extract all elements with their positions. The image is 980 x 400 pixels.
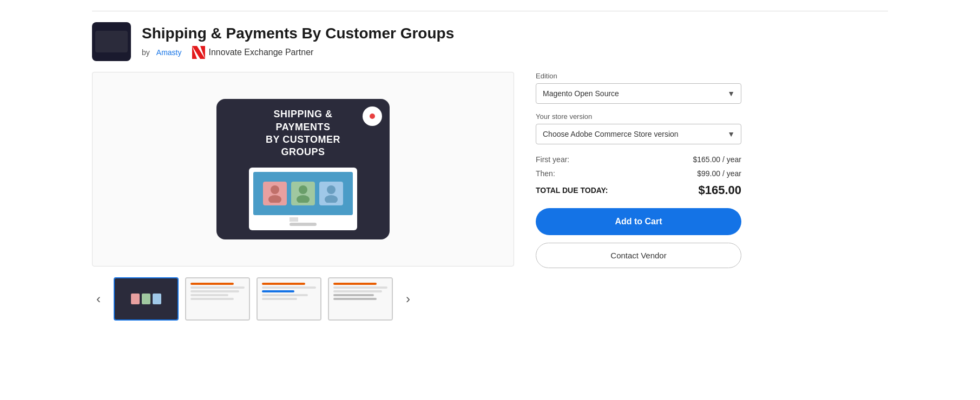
- then-value: $99.00 / year: [697, 169, 741, 178]
- monitor-stand: [253, 217, 353, 226]
- thumb-3-image: [258, 278, 320, 319]
- monitor-wrapper: [249, 168, 357, 230]
- first-year-value: $165.00 / year: [693, 155, 741, 164]
- thumbnail-2[interactable]: [185, 277, 250, 321]
- partner-label: Innovate Exchange Partner: [208, 48, 313, 57]
- thumb-line-orange-2: [262, 283, 305, 285]
- partner-badge: Innovate Exchange Partner: [192, 46, 313, 59]
- thumb-line-9: [333, 290, 382, 292]
- contact-vendor-button[interactable]: Contact Vendor: [536, 243, 741, 268]
- svg-point-4: [268, 195, 281, 203]
- pricing-section: First year: $165.00 / year Then: $99.00 …: [536, 155, 741, 197]
- next-thumbnail-button[interactable]: ›: [402, 287, 415, 311]
- edition-select-wrapper: Magento Open Source Adobe Commerce ▼: [536, 83, 741, 104]
- avatar-pink: [263, 182, 287, 205]
- page-container: Shipping & Payments By Customer Groups b…: [0, 0, 980, 331]
- main-content: SHIPPING &PAYMENTSBY CUSTOMERGROUPS: [92, 72, 888, 321]
- thumb-line-11: [333, 298, 377, 300]
- thumb-1-image: [115, 278, 177, 319]
- thumb-4-image: [329, 278, 392, 319]
- thumb-line-8: [333, 286, 387, 289]
- store-version-select[interactable]: Choose Adobe Commerce Store version: [536, 124, 741, 144]
- thumb-line-6: [262, 294, 308, 296]
- then-row: Then: $99.00 / year: [536, 169, 741, 178]
- first-year-row: First year: $165.00 / year: [536, 155, 741, 164]
- add-to-cart-button[interactable]: Add to Cart: [536, 208, 741, 235]
- product-header: Shipping & Payments By Customer Groups b…: [92, 22, 888, 61]
- first-year-label: First year:: [536, 155, 569, 164]
- avatar-blue: [319, 182, 343, 205]
- product-icon-inner: [92, 22, 131, 61]
- product-meta: by Amasty Innovate Exchange Partner: [142, 46, 888, 59]
- thumb-line-orange: [190, 283, 234, 285]
- thumb-line-3: [190, 294, 228, 296]
- total-value: $165.00: [698, 183, 741, 197]
- thumb-line-orange-3: [333, 283, 377, 285]
- thumb-line-5: [262, 286, 316, 289]
- by-label: by: [142, 48, 150, 57]
- purchase-section: Edition Magento Open Source Adobe Commer…: [536, 72, 741, 268]
- product-title-section: Shipping & Payments By Customer Groups b…: [142, 24, 888, 59]
- thumbnail-1[interactable]: [114, 277, 179, 321]
- thumb-line-4: [190, 298, 234, 300]
- thumb-line-10: [333, 294, 374, 296]
- store-version-select-wrapper: Choose Adobe Commerce Store version ▼: [536, 124, 741, 144]
- then-label: Then:: [536, 169, 555, 178]
- vendor-link[interactable]: Amasty: [156, 48, 182, 57]
- promo-text-block: SHIPPING &PAYMENTSBY CUSTOMERGROUPS: [266, 108, 340, 159]
- total-label: TOTAL DUE TODAY:: [536, 186, 608, 195]
- thumbnail-4[interactable]: [328, 277, 393, 321]
- thumb-line-7: [262, 298, 297, 300]
- main-image-container: SHIPPING &PAYMENTSBY CUSTOMERGROUPS: [92, 72, 514, 266]
- prev-thumbnail-button[interactable]: ‹: [92, 287, 105, 311]
- adobe-logo-icon: [192, 46, 205, 59]
- avatar-green: [291, 182, 315, 205]
- product-title: Shipping & Payments By Customer Groups: [142, 24, 888, 43]
- thumb-line-blue: [262, 290, 294, 292]
- thumbnail-3[interactable]: [256, 277, 321, 321]
- svg-point-6: [297, 195, 310, 203]
- product-image-section: SHIPPING &PAYMENTSBY CUSTOMERGROUPS: [92, 72, 514, 321]
- product-icon: [92, 22, 131, 61]
- svg-point-8: [325, 195, 338, 203]
- thumb-2-image: [186, 278, 249, 319]
- store-version-label: Your store version: [536, 112, 741, 121]
- stand-neck: [290, 217, 298, 222]
- total-row: TOTAL DUE TODAY: $165.00: [536, 183, 741, 197]
- thumbnails-row: ‹: [92, 277, 514, 321]
- product-promo-image: SHIPPING &PAYMENTSBY CUSTOMERGROUPS: [216, 99, 390, 239]
- icon-mini-promo: [95, 31, 128, 52]
- svg-point-3: [271, 185, 279, 194]
- thumb-line-1: [190, 286, 245, 289]
- store-version-field: Your store version Choose Adobe Commerce…: [536, 112, 741, 144]
- edition-field: Edition Magento Open Source Adobe Commer…: [536, 72, 741, 104]
- thumbnails-list: [114, 277, 393, 321]
- edition-select[interactable]: Magento Open Source Adobe Commerce: [536, 83, 741, 104]
- edition-label: Edition: [536, 72, 741, 80]
- svg-point-7: [327, 185, 336, 194]
- amasty-dot: [370, 114, 375, 119]
- stand-base: [290, 223, 317, 226]
- thumb-line-2: [190, 290, 239, 292]
- monitor-screen: [253, 172, 353, 215]
- amasty-badge: [363, 106, 382, 126]
- top-divider: [92, 11, 888, 11]
- svg-point-5: [299, 185, 307, 194]
- monitor-frame: [249, 168, 357, 230]
